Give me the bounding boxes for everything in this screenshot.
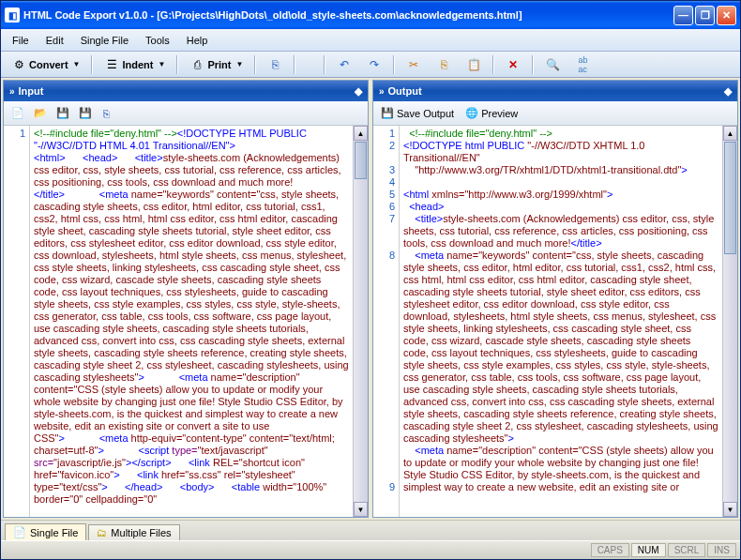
copy-html-button[interactable]: ⎘ xyxy=(261,54,289,75)
print-button[interactable]: ⎙ Print ▼ xyxy=(183,54,250,75)
separator xyxy=(254,55,256,74)
save-output-button[interactable]: 💾 Save Output xyxy=(377,105,458,121)
status-num: NUM xyxy=(631,543,666,557)
input-panel-header[interactable]: » Input ◆ xyxy=(4,81,368,101)
new-file-icon: 📄 xyxy=(11,107,24,119)
document-icon: ⎘ xyxy=(267,57,282,72)
diamond-icon: ◆ xyxy=(724,85,732,98)
input-toolbar: 📄 📂 💾 💾 ⎘ xyxy=(4,101,368,126)
undo-icon: ↶ xyxy=(337,57,352,72)
scroll-up-icon[interactable]: ▲ xyxy=(723,126,737,141)
input-scrollbar[interactable]: ▲ ▼ xyxy=(353,126,368,517)
output-code[interactable]: <!--#include file="deny.html" --> <!DOCT… xyxy=(400,126,722,517)
find-icon: 🔍 xyxy=(545,57,560,72)
redo-icon: ↷ xyxy=(367,57,382,72)
cut-button[interactable]: ✂ xyxy=(400,54,428,75)
indent-icon: ☰ xyxy=(104,57,119,72)
save-all-icon: 💾 xyxy=(79,107,92,119)
scroll-up-icon[interactable]: ▲ xyxy=(354,126,368,141)
tab-single-file[interactable]: 📄 Single File xyxy=(5,523,86,540)
scroll-thumb[interactable] xyxy=(724,142,736,254)
menu-file[interactable]: File xyxy=(5,32,37,49)
chevron-down-icon: ▼ xyxy=(235,60,243,68)
titlebar[interactable]: ◧ HTML Code Export v1.0.0 - [G:\Projects… xyxy=(1,1,740,29)
copy-button[interactable]: ⎘ xyxy=(430,54,458,75)
save-settings-button[interactable]: 💾 xyxy=(75,105,96,121)
gear-icon: ⚙ xyxy=(11,57,26,72)
replace-icon: abac xyxy=(575,57,590,72)
window-title: HTML Code Export v1.0.0 - [G:\Projects\H… xyxy=(23,9,673,21)
menu-help[interactable]: Help xyxy=(179,32,216,49)
scroll-down-icon[interactable]: ▼ xyxy=(723,502,737,517)
indent-button[interactable]: ☰ Indent ▼ xyxy=(98,54,172,75)
output-title: Output xyxy=(388,85,422,97)
save-icon: 💾 xyxy=(381,107,394,119)
toolbar: ⚙ Convert ▼ ☰ Indent ▼ ⎙ Print ▼ ⎘ ↶ ↷ ✂… xyxy=(1,52,740,78)
separator xyxy=(532,55,534,74)
output-editor[interactable]: 12 34567 8 9 <!--#include file="deny.htm… xyxy=(373,126,737,517)
new-file-button[interactable]: 📄 xyxy=(8,105,28,121)
status-ins: INS xyxy=(707,543,736,557)
save-icon: 💾 xyxy=(56,107,69,119)
menu-edit[interactable]: Edit xyxy=(38,32,71,49)
bottom-tabs: 📄 Single File 🗂 Multiple Files xyxy=(1,520,740,540)
menubar: File Edit Single File Tools Help xyxy=(1,29,740,52)
diamond-icon: ◆ xyxy=(355,85,362,98)
separator xyxy=(294,55,295,74)
input-panel: » Input ◆ 📄 📂 💾 💾 ⎘ 1 <!--#include file=… xyxy=(3,80,369,518)
save-file-button[interactable]: 💾 xyxy=(53,105,73,121)
separator xyxy=(91,55,93,74)
input-gutter: 1 xyxy=(4,126,30,517)
maximize-button[interactable]: ❐ xyxy=(695,6,715,25)
delete-icon: ✕ xyxy=(506,57,521,72)
delete-button[interactable]: ✕ xyxy=(499,54,527,75)
chevron-down-icon: ▼ xyxy=(73,60,81,68)
input-code[interactable]: <!--#include file="deny.html" --><!DOCTY… xyxy=(30,126,353,517)
statusbar: CAPS NUM SCRL INS xyxy=(1,540,740,559)
file-icon: 📄 xyxy=(13,526,26,538)
preview-button[interactable]: 🌐 Preview xyxy=(461,105,522,121)
chevron-down-icon: ▼ xyxy=(158,60,165,68)
output-panel: » Output ◆ 💾 Save Output 🌐 Preview 12 34… xyxy=(372,80,738,518)
menu-single-file[interactable]: Single File xyxy=(73,32,136,49)
output-panel-header[interactable]: » Output ◆ xyxy=(373,81,737,101)
replace-button[interactable]: abac xyxy=(568,54,597,75)
cut-icon: ✂ xyxy=(406,57,421,72)
convert-button[interactable]: ⚙ Convert ▼ xyxy=(5,54,86,75)
minimize-button[interactable]: — xyxy=(673,6,693,25)
find-button[interactable]: 🔍 xyxy=(538,54,567,75)
app-window: ◧ HTML Code Export v1.0.0 - [G:\Projects… xyxy=(0,0,741,560)
separator xyxy=(393,55,395,74)
chevron-right-icon: » xyxy=(379,86,385,97)
output-scrollbar[interactable]: ▲ ▼ xyxy=(722,126,737,517)
indent-label: Indent xyxy=(122,59,153,70)
scroll-thumb[interactable] xyxy=(355,142,367,179)
paste-button[interactable]: 📋 xyxy=(460,54,488,75)
tab-multiple-files[interactable]: 🗂 Multiple Files xyxy=(88,524,179,540)
tab-single-label: Single File xyxy=(30,527,78,538)
app-icon: ◧ xyxy=(5,8,20,23)
paste-icon: 📋 xyxy=(466,57,481,72)
close-button[interactable]: ✕ xyxy=(717,6,736,25)
print-label: Print xyxy=(207,59,231,70)
status-caps: CAPS xyxy=(591,543,629,557)
files-icon: 🗂 xyxy=(97,527,107,538)
save-output-label: Save Output xyxy=(397,108,454,119)
output-gutter: 12 34567 8 9 xyxy=(373,126,400,517)
content-area: » Input ◆ 📄 📂 💾 💾 ⎘ 1 <!--#include file=… xyxy=(1,78,740,520)
undo-button[interactable]: ↶ xyxy=(330,54,358,75)
tab-multiple-label: Multiple Files xyxy=(111,527,171,538)
input-editor[interactable]: 1 <!--#include file="deny.html" --><!DOC… xyxy=(4,126,368,517)
status-scrl: SCRL xyxy=(668,543,706,557)
open-file-button[interactable]: 📂 xyxy=(30,105,51,121)
paste-input-button[interactable]: ⎘ xyxy=(99,106,113,121)
separator xyxy=(324,55,325,74)
separator xyxy=(492,55,494,74)
menu-tools[interactable]: Tools xyxy=(138,32,177,49)
redo-button[interactable]: ↷ xyxy=(360,54,388,75)
open-folder-icon: 📂 xyxy=(34,107,47,119)
scroll-down-icon[interactable]: ▼ xyxy=(354,502,368,517)
chevron-right-icon: » xyxy=(9,86,15,97)
paste-icon: ⎘ xyxy=(103,108,110,119)
input-title: Input xyxy=(19,85,44,97)
